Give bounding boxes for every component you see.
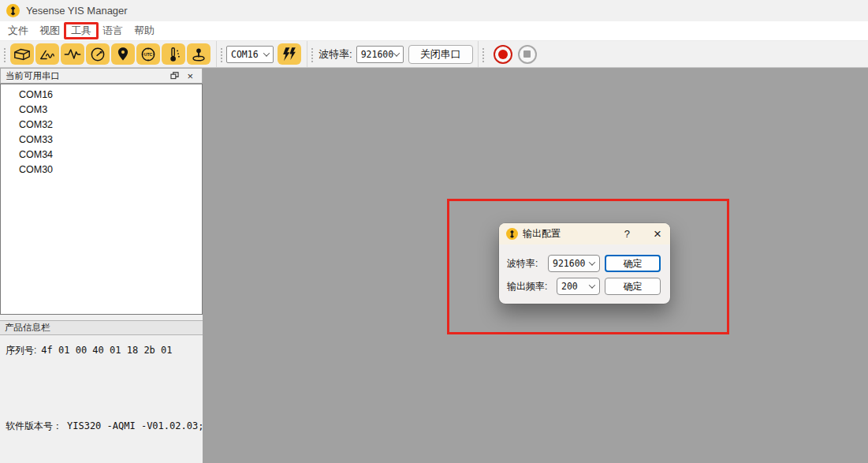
- float-icon: [170, 72, 179, 80]
- dialog-help-button[interactable]: ?: [624, 228, 630, 240]
- close-serial-port-button[interactable]: 关闭串口: [408, 45, 473, 64]
- dialog-baud-confirm-button[interactable]: 确定: [605, 255, 661, 272]
- toolbar-drag-handle[interactable]: [481, 47, 484, 62]
- baud-rate-label: 波特率:: [319, 47, 352, 62]
- serial-number-label: 序列号:: [6, 345, 36, 356]
- gauge-icon[interactable]: [86, 43, 110, 65]
- toolbar-drag-handle[interactable]: [219, 47, 222, 62]
- chevron-down-icon: [393, 50, 399, 56]
- port-item[interactable]: COM33: [1, 133, 202, 147]
- firmware-version-row: 软件版本号：YIS320 -AQMI -V01.02.03;: [6, 420, 203, 433]
- port-select[interactable]: COM16: [226, 46, 274, 63]
- chevron-down-icon: [589, 259, 595, 265]
- baud-rate-select[interactable]: 921600: [356, 46, 404, 63]
- cube-3d-icon[interactable]: [10, 43, 34, 65]
- dialog-baud-row: 波特率: 921600 确定: [499, 255, 670, 272]
- info-panel-header: 产品信息栏: [0, 320, 203, 335]
- record-button[interactable]: [494, 45, 512, 64]
- yesense-logo-icon: [6, 4, 20, 17]
- chevron-down-icon: [263, 50, 270, 56]
- lightning-refresh-button[interactable]: [278, 43, 301, 65]
- serial-number-value: 4f 01 00 40 01 18 2b 01: [41, 345, 172, 356]
- available-ports-list: COM16 COM3 COM32 COM33 COM34 COM30: [0, 84, 203, 315]
- angle-waveform-icon[interactable]: [35, 43, 59, 65]
- port-item[interactable]: COM16: [1, 88, 202, 103]
- dialog-titlebar: 输出配置 ? ×: [499, 223, 670, 245]
- yesense-logo-icon: [506, 228, 518, 240]
- ports-panel-header: 当前可用串口 ×: [0, 68, 203, 84]
- location-pin-icon[interactable]: [111, 43, 135, 65]
- stop-icon: [523, 50, 531, 58]
- menubar: 文件 视图 工具 语言 帮助: [0, 21, 868, 41]
- utc-clock-icon[interactable]: UTC: [136, 43, 160, 65]
- toolbar-group-baud: 波特率: 921600 关闭串口: [307, 41, 478, 67]
- toolbar-group-port: COM16: [216, 41, 307, 67]
- firmware-version-label: 软件版本号：: [6, 420, 62, 431]
- side-panel: 当前可用串口 × COM16 COM3 COM32 COM33 COM34 CO…: [0, 68, 203, 463]
- menu-language[interactable]: 语言: [97, 21, 129, 40]
- app-body: 当前可用串口 × COM16 COM3 COM32 COM33 COM34 CO…: [0, 68, 868, 463]
- ports-panel-title: 当前可用串口: [6, 70, 166, 82]
- thermometer-icon[interactable]: [162, 43, 185, 65]
- firmware-version-value: YIS320 -AQMI -V01.02.03;: [67, 420, 203, 431]
- attitude-sensor-icon[interactable]: [187, 43, 210, 65]
- close-panel-button[interactable]: ×: [183, 69, 197, 83]
- toolbar-drag-handle[interactable]: [2, 47, 6, 62]
- output-config-dialog: 输出配置 ? × 波特率: 921600 确定 输出频率: 200 确定: [499, 223, 670, 304]
- workspace: 输出配置 ? × 波特率: 921600 确定 输出频率: 200 确定: [203, 68, 868, 463]
- toolbar: UTC COM16: [0, 41, 868, 68]
- pulse-waveform-icon[interactable]: [61, 43, 84, 65]
- dialog-baud-select[interactable]: 921600: [548, 255, 600, 272]
- dialog-frequency-select[interactable]: 200: [557, 278, 600, 295]
- window-title: Yesense YIS Manager: [26, 5, 128, 17]
- port-item[interactable]: COM3: [1, 103, 202, 118]
- svg-text:UTC: UTC: [144, 52, 153, 57]
- menu-view[interactable]: 视图: [34, 21, 65, 40]
- menu-help[interactable]: 帮助: [129, 21, 160, 40]
- toolbar-group-views: UTC: [0, 41, 216, 67]
- serial-number-row: 序列号:4f 01 00 40 01 18 2b 01: [6, 344, 173, 357]
- dialog-baud-label: 波特率:: [507, 257, 538, 271]
- dialog-frequency-row: 输出频率: 200 确定: [499, 278, 670, 295]
- dialog-title: 输出配置: [523, 227, 620, 241]
- info-panel-title: 产品信息栏: [5, 322, 50, 334]
- float-panel-button[interactable]: [166, 69, 183, 83]
- dialog-frequency-confirm-button[interactable]: 确定: [605, 278, 661, 295]
- menu-tools[interactable]: 工具: [65, 21, 97, 40]
- port-item[interactable]: COM30: [1, 162, 202, 177]
- dialog-close-button[interactable]: ×: [654, 227, 661, 241]
- record-icon: [498, 50, 508, 59]
- dialog-frequency-label: 输出频率:: [507, 280, 547, 293]
- menu-file[interactable]: 文件: [2, 21, 34, 40]
- titlebar: Yesense YIS Manager: [0, 0, 868, 21]
- chevron-down-icon: [589, 282, 595, 288]
- toolbar-group-record: [478, 41, 542, 67]
- port-item[interactable]: COM34: [1, 147, 202, 162]
- port-item[interactable]: COM32: [1, 118, 202, 133]
- toolbar-drag-handle[interactable]: [310, 47, 313, 62]
- stop-button[interactable]: [518, 45, 537, 64]
